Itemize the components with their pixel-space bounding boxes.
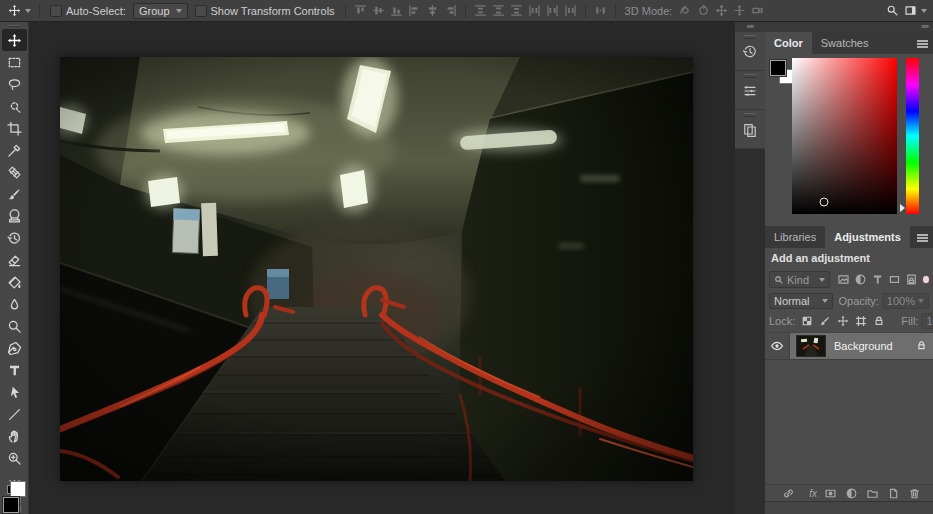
tab-libraries[interactable]: Libraries <box>765 226 825 248</box>
align-right-edges-icon[interactable] <box>442 2 459 19</box>
3d-slide-icon[interactable] <box>731 2 748 19</box>
eraser-tool[interactable] <box>2 249 27 271</box>
search-icon[interactable] <box>884 2 901 19</box>
layer-row-background[interactable]: Background <box>765 332 933 360</box>
tab-swatches[interactable]: Swatches <box>812 32 878 54</box>
history-brush-tool[interactable] <box>2 227 27 249</box>
add-layer-mask-icon[interactable] <box>823 486 838 501</box>
clone-stamp-tool[interactable] <box>2 205 27 227</box>
foreground-color-swatch[interactable] <box>3 497 19 513</box>
line-tool[interactable] <box>2 403 27 425</box>
collapse-dock-icon[interactable]: «« <box>735 22 765 32</box>
filter-adjustment-layers-icon[interactable] <box>853 272 868 287</box>
tools-panel <box>0 22 29 514</box>
filter-smart-objects-icon[interactable] <box>904 272 919 287</box>
expand-dock-icon[interactable]: »» <box>765 22 933 32</box>
layer-row-body[interactable]: Background <box>790 333 933 359</box>
color-panel-swatches[interactable] <box>770 60 794 84</box>
3d-roll-icon[interactable] <box>695 2 712 19</box>
align-left-edges-icon[interactable] <box>406 2 423 19</box>
fill-value-dropdown[interactable]: 100% <box>921 313 933 329</box>
align-top-edges-icon[interactable] <box>352 2 369 19</box>
link-layers-icon[interactable] <box>781 486 796 501</box>
spot-healing-brush-tool[interactable] <box>2 161 27 183</box>
divider <box>345 3 346 18</box>
workspace-switcher-icon[interactable] <box>902 2 919 19</box>
lock-all-icon[interactable] <box>871 314 886 328</box>
distribute-spacing-icon[interactable] <box>592 2 609 19</box>
layer-filter-toggle[interactable] <box>923 276 929 283</box>
new-layer-icon[interactable] <box>886 486 901 501</box>
lasso-tool[interactable] <box>2 73 27 95</box>
rectangular-marquee-tool[interactable] <box>2 51 27 73</box>
gradient-tool[interactable] <box>2 271 27 293</box>
3d-orbit-icon[interactable] <box>677 2 694 19</box>
tab-color[interactable]: Color <box>765 32 812 54</box>
toolbar-grip[interactable] <box>8 25 20 27</box>
hue-slider-arrow[interactable] <box>900 204 905 212</box>
distribute-horizontal-centers-icon[interactable] <box>544 2 561 19</box>
filter-type-layers-icon[interactable] <box>870 272 885 287</box>
distribute-right-edges-icon[interactable] <box>562 2 579 19</box>
tab-adjustments[interactable]: Adjustments <box>825 226 910 248</box>
layer-name[interactable]: Background <box>834 340 893 352</box>
eyedropper-tool[interactable] <box>2 139 27 161</box>
opacity-value-dropdown[interactable]: 100% <box>882 293 929 309</box>
layer-filter-kind-dropdown[interactable]: Kind <box>769 271 830 288</box>
notes-panel-icon[interactable] <box>735 110 765 149</box>
move-tool[interactable] <box>2 29 27 51</box>
history-panel-icon[interactable] <box>735 32 765 71</box>
properties-panel-icon[interactable] <box>735 71 765 110</box>
lock-image-pixels-icon[interactable] <box>817 314 832 328</box>
quick-selection-tool[interactable] <box>2 95 27 117</box>
hand-tool[interactable] <box>2 425 27 447</box>
lock-transparent-pixels-icon[interactable] <box>799 314 814 328</box>
zoom-tool[interactable] <box>2 447 27 469</box>
chevron-down-icon <box>822 299 828 303</box>
dodge-tool[interactable] <box>2 315 27 337</box>
distribute-vertical-centers-icon[interactable] <box>490 2 507 19</box>
delete-layer-icon[interactable] <box>907 486 922 501</box>
pen-tool[interactable] <box>2 337 27 359</box>
hue-slider[interactable] <box>906 58 919 214</box>
auto-select-target-dropdown[interactable]: Group <box>133 3 188 19</box>
drag-grip <box>744 113 756 117</box>
lock-position-icon[interactable] <box>835 314 850 328</box>
background-color-swatch[interactable] <box>10 481 26 497</box>
3d-pan-icon[interactable] <box>713 2 730 19</box>
show-transform-checkbox[interactable] <box>195 5 207 17</box>
filter-pixel-layers-icon[interactable] <box>836 272 851 287</box>
color-selector-circle[interactable] <box>819 197 828 206</box>
show-transform-label: Show Transform Controls <box>211 5 335 17</box>
distribute-top-edges-icon[interactable] <box>472 2 489 19</box>
new-group-icon[interactable] <box>865 486 880 501</box>
align-bottom-edges-icon[interactable] <box>388 2 405 19</box>
blur-tool[interactable] <box>2 293 27 315</box>
filter-shape-layers-icon[interactable] <box>887 272 902 287</box>
layer-thumbnail[interactable] <box>796 335 826 357</box>
distribute-bottom-edges-icon[interactable] <box>508 2 525 19</box>
canvas-image[interactable] <box>60 57 693 481</box>
saturation-brightness-field[interactable] <box>792 58 897 214</box>
type-tool[interactable] <box>2 359 27 381</box>
crop-tool[interactable] <box>2 117 27 139</box>
panel-menu-icon[interactable] <box>917 40 928 42</box>
align-vertical-centers-icon[interactable] <box>370 2 387 19</box>
layer-lock-icon[interactable] <box>916 340 927 353</box>
layer-visibility-eye-icon[interactable] <box>765 333 790 359</box>
tool-preset-picker[interactable] <box>6 2 31 19</box>
panel-menu-icon[interactable] <box>917 234 928 236</box>
align-horizontal-centers-icon[interactable] <box>424 2 441 19</box>
lock-artboard-nesting-icon[interactable] <box>853 314 868 328</box>
3d-camera-icon[interactable] <box>749 2 766 19</box>
layers-panel: Kind <box>765 267 933 514</box>
foreground-color-swatch[interactable] <box>770 60 786 76</box>
auto-select-checkbox[interactable] <box>50 5 62 17</box>
distribute-left-edges-icon[interactable] <box>526 2 543 19</box>
blend-mode-dropdown[interactable]: Normal <box>769 293 833 309</box>
brush-tool[interactable] <box>2 183 27 205</box>
new-adjustment-layer-icon[interactable] <box>844 486 859 501</box>
layer-style-icon[interactable]: fx <box>802 486 817 501</box>
chevron-down-icon[interactable] <box>921 9 927 13</box>
path-selection-tool[interactable] <box>2 381 27 403</box>
